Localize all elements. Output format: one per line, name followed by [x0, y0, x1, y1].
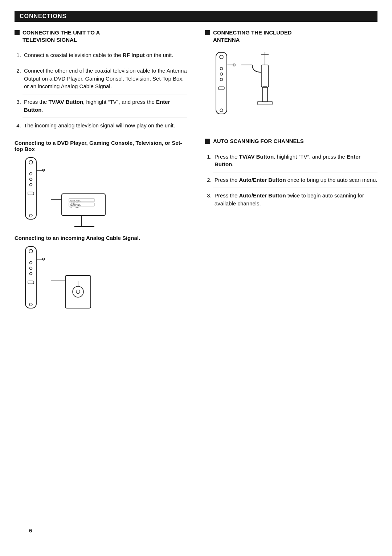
device-unit-svg — [15, 156, 47, 228]
svg-point-30 — [73, 286, 83, 297]
antenna-diagram — [205, 50, 377, 123]
svg-point-21 — [30, 262, 32, 264]
page-number: 6 — [29, 527, 32, 533]
svg-point-34 — [220, 55, 223, 59]
section2-heading-text: CONNECTING THE INCLUDED ANTENNA — [213, 29, 292, 43]
svg-rect-24 — [28, 281, 34, 284]
svg-text:ANTENNA: ANTENNA — [70, 200, 81, 202]
svg-rect-10 — [62, 194, 105, 216]
section3-icon — [205, 139, 210, 144]
svg-rect-45 — [261, 65, 269, 87]
svg-point-31 — [76, 290, 80, 294]
step3: Press the TV/AV Button, highlight “TV”, … — [23, 94, 187, 118]
analog-cable-diagram — [15, 245, 187, 317]
antenna-svg — [241, 50, 289, 123]
section1-icon — [15, 30, 20, 35]
svg-point-4 — [30, 184, 32, 186]
section1-heading: CONNECTING THE UNIT TO A TELEVISION SIGN… — [15, 29, 187, 43]
step2: Connect the other end of the coaxial tel… — [23, 63, 187, 94]
svg-point-3 — [30, 178, 32, 181]
svg-rect-19 — [25, 246, 36, 308]
svg-rect-33 — [216, 52, 227, 114]
svg-point-36 — [220, 73, 223, 75]
dvd-player-diagram: ANTENNA INPUT ANTENNA OUTPUT — [15, 156, 187, 228]
svg-point-2 — [30, 173, 32, 175]
svg-text:OUTPUT: OUTPUT — [70, 207, 79, 209]
section1-heading-text: CONNECTING THE UNIT TO A TELEVISION SIGN… — [23, 29, 100, 43]
section2-icon — [205, 30, 210, 35]
svg-rect-5 — [28, 192, 34, 195]
svg-point-23 — [30, 273, 32, 275]
scan-step1: Press the TV/AV Button, highlight “TV”, … — [213, 149, 377, 173]
svg-rect-0 — [25, 158, 36, 219]
svg-rect-44 — [262, 87, 268, 102]
device-unit2-svg — [15, 245, 47, 317]
step1: Connect a coaxial television cable to th… — [23, 48, 187, 63]
section1-steps: Connect a coaxial television cable to th… — [15, 48, 187, 133]
page-header: CONNECTIONS — [15, 11, 377, 22]
right-column: CONNECTING THE INCLUDED ANTENNA — [201, 29, 377, 323]
section3-heading: AUTO SCANNING FOR CHANNELS — [205, 138, 377, 145]
svg-rect-38 — [219, 87, 224, 90]
step4: The incoming analog television signal wi… — [23, 118, 187, 134]
svg-point-25 — [29, 303, 32, 306]
svg-point-20 — [29, 249, 33, 253]
section2-heading: CONNECTING THE INCLUDED ANTENNA — [205, 29, 377, 43]
left-column: CONNECTING THE UNIT TO A TELEVISION SIGN… — [15, 29, 191, 323]
scan-step3: Press the Auto/Enter Button twice to beg… — [213, 188, 377, 212]
header-title: CONNECTIONS — [20, 13, 66, 19]
section3-heading-text: AUTO SCANNING FOR CHANNELS — [213, 138, 304, 145]
svg-point-37 — [220, 78, 223, 81]
scan-step2: Press the Auto/Enter Button once to brin… — [213, 172, 377, 188]
svg-text:ANTENNA: ANTENNA — [70, 204, 81, 206]
svg-rect-29 — [65, 275, 91, 308]
svg-point-39 — [220, 109, 223, 112]
cable-wall-svg — [51, 274, 94, 317]
svg-point-6 — [29, 214, 32, 217]
svg-point-22 — [30, 267, 32, 270]
svg-point-35 — [220, 68, 223, 70]
svg-point-1 — [29, 160, 33, 164]
section3-steps: Press the TV/AV Button, highlight “TV”, … — [205, 149, 377, 212]
device-unit3-svg — [205, 50, 238, 123]
sub1-heading: Connecting to a DVD Player, Gaming Conso… — [15, 140, 187, 152]
sub2-heading: Connecting to an incoming Analog Cable S… — [15, 235, 187, 241]
cable-box-svg: ANTENNA INPUT ANTENNA OUTPUT — [51, 192, 109, 228]
